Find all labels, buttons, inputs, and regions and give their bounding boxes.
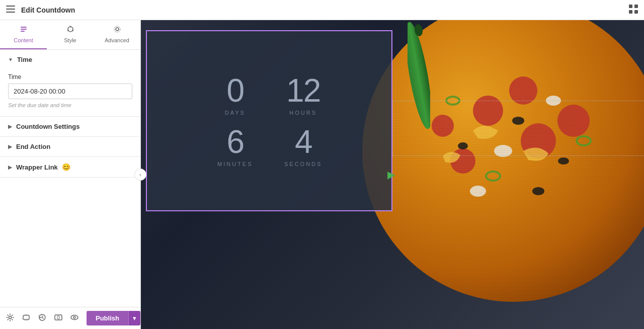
svg-point-11 bbox=[69, 26, 71, 28]
canvas-expand-arrow[interactable]: ▶ bbox=[387, 169, 395, 181]
style-icon bbox=[66, 25, 74, 35]
top-bar: Edit Countdown bbox=[0, 0, 644, 20]
svg-rect-18 bbox=[24, 314, 28, 315]
tabs: Content Style bbox=[0, 20, 140, 50]
countdown-chevron-icon: ▶ bbox=[8, 124, 12, 129]
time-section-title: Time bbox=[17, 56, 32, 63]
countdown-widget: 0 DAYS 12 HOURS 6 MINUTES 4 SECONDS bbox=[146, 30, 392, 211]
svg-point-13 bbox=[67, 30, 69, 31]
countdown-seconds-label: SECONDS bbox=[284, 161, 322, 167]
svg-rect-7 bbox=[21, 27, 27, 28]
sidebar-toggle[interactable]: ‹ bbox=[134, 169, 146, 181]
svg-point-36 bbox=[458, 142, 468, 149]
publish-group: Publish ▾ bbox=[87, 311, 140, 325]
end-action-chevron-icon: ▶ bbox=[8, 144, 12, 149]
responsive-toolbar-icon[interactable] bbox=[54, 313, 62, 323]
layers-toolbar-icon[interactable] bbox=[22, 313, 30, 323]
svg-rect-4 bbox=[634, 5, 638, 8]
countdown-settings-title: Countdown Settings bbox=[16, 123, 79, 130]
countdown-days: 0 DAYS bbox=[216, 74, 254, 116]
tab-advanced[interactable]: Advanced bbox=[94, 20, 140, 49]
publish-button[interactable]: Publish bbox=[87, 311, 128, 325]
svg-rect-21 bbox=[57, 316, 59, 319]
time-input[interactable] bbox=[8, 84, 132, 99]
svg-rect-19 bbox=[24, 319, 28, 320]
tab-style[interactable]: Style bbox=[47, 20, 94, 49]
tab-content[interactable]: Content bbox=[0, 20, 47, 49]
svg-rect-17 bbox=[23, 315, 29, 319]
svg-point-32 bbox=[494, 145, 512, 157]
svg-point-30 bbox=[557, 105, 590, 137]
svg-point-35 bbox=[512, 117, 524, 125]
svg-rect-9 bbox=[21, 31, 25, 32]
svg-point-16 bbox=[9, 316, 12, 318]
svg-point-29 bbox=[509, 76, 537, 105]
time-field-label: Time bbox=[8, 73, 132, 80]
countdown-grid: 0 DAYS 12 HOURS 6 MINUTES 4 SECONDS bbox=[216, 74, 323, 167]
preview-toolbar-icon[interactable] bbox=[70, 313, 78, 323]
canvas: 0 DAYS 12 HOURS 6 MINUTES 4 SECONDS bbox=[141, 20, 644, 329]
tab-content-label: Content bbox=[14, 37, 33, 43]
countdown-minutes-label: MINUTES bbox=[217, 161, 253, 167]
svg-rect-6 bbox=[634, 10, 638, 14]
main-layout: Content Style bbox=[0, 20, 644, 329]
svg-point-15 bbox=[114, 26, 120, 32]
hamburger-icon[interactable] bbox=[6, 6, 15, 15]
grid-icon[interactable] bbox=[629, 5, 638, 16]
sidebar-content: ▼ Time Time Set the due date and time ▶ … bbox=[0, 50, 140, 307]
svg-point-41 bbox=[446, 97, 459, 105]
settings-toolbar-icon[interactable] bbox=[6, 313, 14, 323]
svg-point-14 bbox=[116, 28, 119, 31]
countdown-hours: 12 HOURS bbox=[284, 74, 322, 116]
svg-rect-3 bbox=[629, 5, 632, 8]
wrapper-link-title: Wrapper Link bbox=[16, 163, 58, 171]
history-toolbar-icon[interactable] bbox=[38, 313, 46, 323]
countdown-settings-header[interactable]: ▶ Countdown Settings bbox=[0, 117, 140, 136]
svg-rect-5 bbox=[629, 10, 632, 14]
tab-advanced-label: Advanced bbox=[105, 37, 129, 43]
sidebar: Content Style bbox=[0, 20, 141, 329]
countdown-seconds: 4 SECONDS bbox=[284, 126, 322, 167]
countdown-settings-section: ▶ Countdown Settings bbox=[0, 117, 140, 137]
wrapper-link-emoji: 😊 bbox=[62, 163, 70, 171]
end-action-header[interactable]: ▶ End Action bbox=[0, 137, 140, 156]
svg-point-33 bbox=[546, 96, 561, 106]
countdown-hours-label: HOURS bbox=[289, 110, 317, 116]
chili-pepper bbox=[408, 20, 430, 131]
svg-point-12 bbox=[72, 30, 73, 31]
svg-point-23 bbox=[73, 316, 75, 318]
svg-point-31 bbox=[432, 115, 454, 137]
wrapper-link-chevron-icon: ▶ bbox=[8, 164, 12, 170]
svg-point-38 bbox=[532, 187, 544, 195]
svg-rect-1 bbox=[6, 9, 15, 10]
pizza-circle bbox=[362, 20, 644, 302]
end-action-title: End Action bbox=[16, 143, 50, 150]
content-icon bbox=[20, 25, 28, 35]
time-section-header[interactable]: ▼ Time bbox=[0, 50, 140, 69]
wrapper-link-section: ▶ Wrapper Link 😊 bbox=[0, 157, 140, 178]
countdown-days-label: DAYS bbox=[225, 110, 246, 116]
svg-rect-8 bbox=[21, 29, 27, 30]
svg-point-24 bbox=[408, 21, 430, 131]
countdown-minutes-value: 6 bbox=[227, 126, 244, 158]
svg-point-34 bbox=[470, 186, 486, 197]
publish-dropdown-button[interactable]: ▾ bbox=[128, 311, 140, 325]
wrapper-link-header[interactable]: ▶ Wrapper Link 😊 bbox=[0, 157, 140, 177]
end-action-section: ▶ End Action bbox=[0, 137, 140, 157]
svg-point-39 bbox=[486, 172, 500, 181]
tab-style-label: Style bbox=[64, 37, 76, 43]
svg-point-40 bbox=[577, 136, 591, 145]
countdown-minutes: 6 MINUTES bbox=[216, 126, 254, 167]
svg-point-37 bbox=[558, 157, 569, 164]
page-title: Edit Countdown bbox=[21, 6, 623, 14]
svg-rect-0 bbox=[6, 6, 15, 7]
time-section: ▼ Time Time Set the due date and time bbox=[0, 50, 140, 117]
countdown-days-value: 0 bbox=[227, 74, 244, 107]
advanced-icon bbox=[113, 25, 121, 35]
svg-rect-2 bbox=[6, 12, 15, 13]
time-section-body: Time Set the due date and time bbox=[0, 73, 140, 116]
svg-point-26 bbox=[473, 96, 503, 126]
svg-point-22 bbox=[71, 315, 78, 319]
time-chevron-icon: ▼ bbox=[8, 57, 13, 62]
countdown-hours-value: 12 bbox=[286, 74, 320, 107]
